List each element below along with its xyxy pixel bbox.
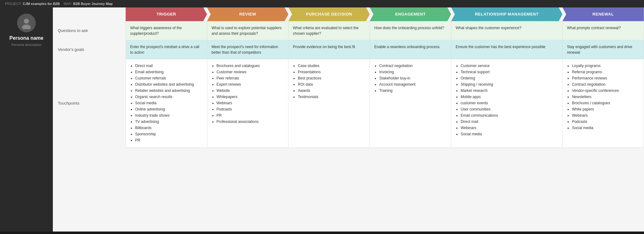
goals-cell-0: Enter the prospect's mindset a drive a c… (126, 40, 207, 59)
persona-name: Persona name (9, 35, 43, 41)
list-item: Website (217, 88, 284, 93)
list-item: Account management (379, 82, 447, 87)
list-item: Webinars (217, 100, 284, 106)
list-item: PR (135, 137, 203, 143)
list-item: Organic search results (135, 94, 203, 100)
list-item: Social media (461, 131, 558, 137)
list-item: Testimonials (298, 94, 365, 100)
list-item: Billboards (135, 125, 203, 131)
list-item: Email communications (461, 113, 558, 118)
list-item: Mobile apps (461, 94, 558, 100)
stage-purchase: PURCHASE DECISION (288, 7, 370, 21)
touchpoints-cell-3: Contract negotiationInvoicingStakeholder… (370, 59, 451, 147)
questions-label: Questions to ask (53, 21, 126, 40)
svg-point-1 (22, 25, 31, 29)
list-item: Direct mail (461, 119, 558, 124)
list-item: Online advertising (135, 106, 203, 112)
questions-cell-3: How does the onboarding process unfold? (370, 21, 451, 40)
touchpoints-cell-2: Case studiesPresentationsBest practicesR… (288, 59, 370, 147)
avatar (17, 14, 36, 32)
list-item: Training (379, 88, 447, 93)
list-item: Referral programs (572, 69, 639, 75)
list-item: Ordering (461, 75, 558, 81)
list-item: Brochures / catalogues (572, 100, 639, 106)
list-item: Customer referrals (135, 75, 203, 81)
content-area: TRIGGER REVIEW PURCHASE DECISION ENGAGEM… (53, 7, 644, 232)
list-item: Loyalty programs (572, 63, 639, 69)
svg-point-0 (24, 19, 29, 24)
stage-renewal: RENEWAL (563, 7, 644, 21)
touchpoints-label: Touchpoints (53, 59, 126, 147)
stage-trigger: TRIGGER (126, 7, 207, 21)
list-item: Newsletters (572, 94, 639, 100)
top-bar: PROJECT: CJM examples for B2B MAP: B2B B… (0, 0, 644, 7)
list-item: Customer service (461, 63, 558, 69)
sidebar: Persona name Persona description (0, 7, 53, 232)
list-item: Sponsorship (135, 131, 203, 137)
list-item: Peer referrals (217, 75, 284, 81)
list-item: Technical support (461, 69, 558, 75)
list-item: Contract negotiation (572, 82, 639, 87)
list-item: White papers (572, 106, 639, 112)
list-item: Podcasts (572, 119, 639, 124)
goals-cell-3: Enable a seamless onboarding process (370, 40, 451, 59)
goals-cell-5: Stay engaged with customers and drive re… (563, 40, 644, 59)
stage-engagement: ENGAGEMENT (370, 7, 451, 21)
list-item: TV advertising (135, 119, 203, 124)
list-item: Presentations (298, 69, 365, 75)
stage-relmanage: RELATIONSHIP MANAGEMENT (451, 7, 562, 21)
list-item: customer events (461, 100, 558, 106)
persona-description: Persona description (11, 43, 41, 47)
list-item: Distributor websites and advertising (135, 82, 203, 87)
list-item: Market research (461, 88, 558, 93)
touchpoints-cell-4: Customer serviceTechnical supportOrderin… (451, 59, 562, 147)
list-item: PR (217, 113, 284, 118)
touchpoints-cell-1: Brochures and cataloguesCustomer reviews… (207, 59, 288, 147)
project-label: PROJECT: (5, 2, 21, 6)
map-value: B2B Buyer Journey Map (73, 2, 113, 6)
list-item: Vendor-specific conferences (572, 88, 639, 93)
map-label: MAP: (63, 2, 72, 6)
list-item: Direct mail (135, 63, 203, 69)
list-item: Brochures and catalogues (217, 63, 284, 69)
project-value: CJM examples for B2B (23, 2, 60, 6)
list-item: Best practices (298, 75, 365, 81)
list-item: ROI data (298, 82, 365, 87)
questions-cell-5: What prompts contract renewal? (563, 21, 644, 40)
list-item: Invoicing (379, 69, 447, 75)
list-item: Social media (135, 100, 203, 106)
list-item: Whitepapers (217, 94, 284, 100)
list-item: Podcasts (217, 106, 284, 112)
goals-cell-1: Meet the prospect's need for information… (207, 40, 288, 59)
goals-label: Vendor's goals (53, 40, 126, 59)
list-item: Social media (572, 125, 639, 131)
corner-cell (53, 7, 126, 21)
goals-cell-2: Provide evidence on being the best fit (288, 40, 370, 59)
questions-cell-4: What shapes the customer experience? (451, 21, 562, 40)
questions-cell-1: What is used to explore potential suppli… (207, 21, 288, 40)
touchpoints-cell-5: Loyalty programsReferral programsPerform… (563, 59, 644, 147)
questions-cell-0: What triggers awareness of the supplier/… (126, 21, 207, 40)
journey-table: TRIGGER REVIEW PURCHASE DECISION ENGAGEM… (53, 7, 644, 148)
list-item: Performance reviews (572, 75, 639, 81)
list-item: Shipping / receiving (461, 82, 558, 87)
list-item: Email advertising (135, 69, 203, 75)
list-item: Customer reviews (217, 69, 284, 75)
list-item: Webinars (572, 113, 639, 118)
list-item: User communities (461, 106, 558, 112)
goals-cell-4: Ensure the customer has the best experie… (451, 40, 562, 59)
touchpoints-cell-0: Direct mailEmail advertisingCustomer ref… (126, 59, 207, 147)
list-item: Professional associations (217, 119, 284, 124)
list-item: Contract negotiation (379, 63, 447, 69)
list-item: Industry trade shows (135, 113, 203, 118)
list-item: Awards (298, 88, 365, 93)
questions-cell-2: What criteria are evaluated to select th… (288, 21, 370, 40)
list-item: Stakeholder buy-in (379, 75, 447, 81)
list-item: Webinars (461, 125, 558, 131)
stage-review: REVIEW (207, 7, 288, 21)
list-item: Case studies (298, 63, 365, 69)
list-item: Retailer websites and advertising (135, 88, 203, 93)
list-item: Expert reivews (217, 82, 284, 87)
